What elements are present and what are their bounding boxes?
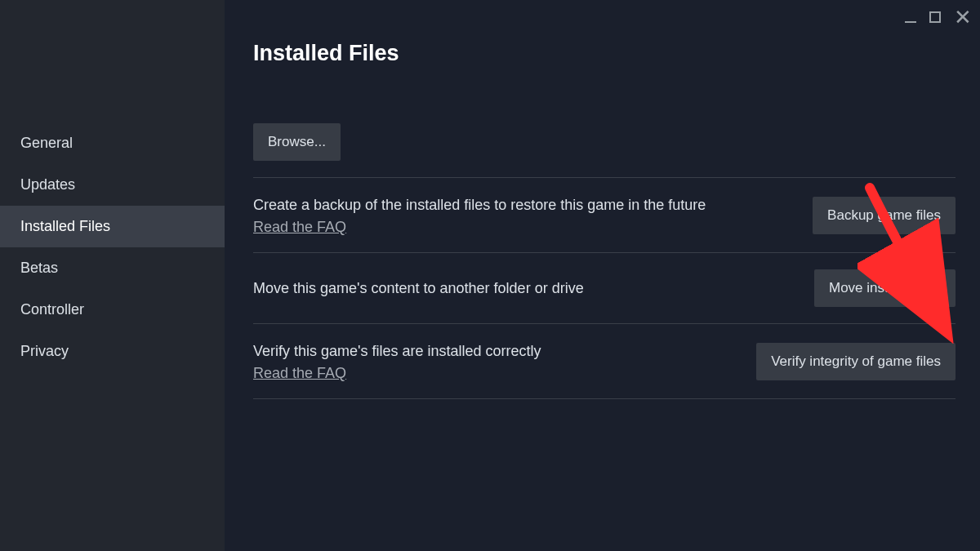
row-backup: Create a backup of the installed files t…	[253, 178, 956, 253]
row-backup-text: Create a backup of the installed files t…	[253, 194, 706, 236]
close-icon[interactable]: ✕	[954, 7, 972, 28]
minimize-icon[interactable]	[905, 8, 916, 26]
row-move-text: Move this game's content to another fold…	[253, 278, 584, 299]
sidebar-item-privacy[interactable]: Privacy	[0, 331, 225, 372]
verify-faq-link[interactable]: Read the FAQ	[253, 365, 346, 382]
sidebar-item-updates[interactable]: Updates	[0, 164, 225, 206]
maximize-icon[interactable]	[929, 8, 941, 26]
move-description: Move this game's content to another fold…	[253, 278, 584, 299]
row-move: Move this game's content to another fold…	[253, 253, 956, 324]
sidebar-item-betas[interactable]: Betas	[0, 247, 225, 289]
row-browse: Browse...	[253, 107, 956, 178]
page-title: Installed Files	[253, 41, 956, 66]
sidebar: General Updates Installed Files Betas Co…	[0, 0, 225, 551]
browse-button[interactable]: Browse...	[253, 123, 341, 161]
backup-description: Create a backup of the installed files t…	[253, 194, 706, 216]
window-controls: ✕	[905, 7, 972, 28]
verify-description: Verify this game's files are installed c…	[253, 340, 541, 362]
sidebar-item-controller[interactable]: Controller	[0, 289, 225, 331]
verify-button[interactable]: Verify integrity of game files	[756, 343, 956, 380]
main-panel: ✕ Installed Files Browse... Create a bac…	[225, 0, 980, 551]
row-verify: Verify this game's files are installed c…	[253, 324, 956, 399]
backup-faq-link[interactable]: Read the FAQ	[253, 219, 346, 236]
move-button[interactable]: Move install folder	[814, 269, 956, 307]
sidebar-item-general[interactable]: General	[0, 122, 225, 164]
row-verify-text: Verify this game's files are installed c…	[253, 340, 541, 382]
sidebar-item-installed-files[interactable]: Installed Files	[0, 206, 225, 247]
backup-button[interactable]: Backup game files	[813, 197, 956, 234]
